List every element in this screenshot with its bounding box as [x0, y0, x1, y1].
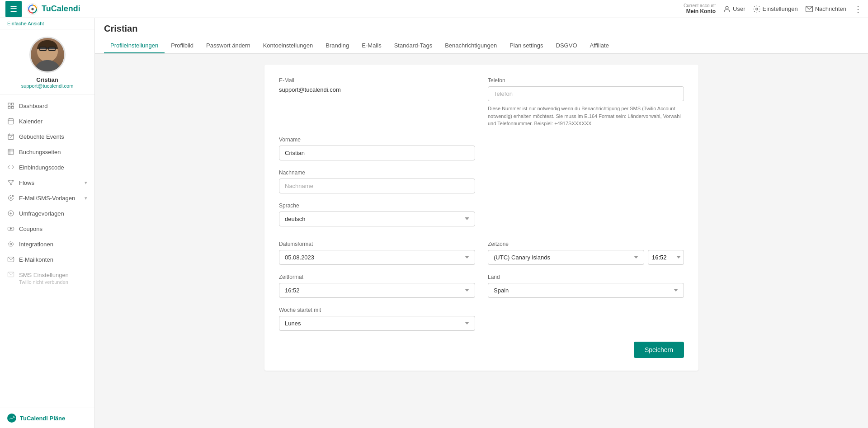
datumsformat-col: Datumsformat 05.08.2023 08/05/2023 2023-…: [279, 241, 475, 265]
zeitzone-time-select[interactable]: 16:52: [648, 250, 684, 265]
phone-input[interactable]: [488, 86, 684, 101]
sidebar-item-buchungsseiten[interactable]: Buchungsseiten: [0, 144, 94, 160]
vorname-row: Vorname: [279, 136, 684, 160]
zeitzone-col: Zeitzone (UTC) Canary islands (UTC+1) Be…: [488, 241, 684, 265]
messages-label: Nachrichten: [815, 5, 846, 12]
tab-branding[interactable]: Branding: [319, 38, 355, 53]
templates-icon: [7, 194, 14, 202]
content-tabs: Profileinstellungen Profilbild Passwort …: [104, 38, 859, 53]
dashboard-icon: [7, 102, 14, 109]
svg-rect-7: [8, 106, 10, 108]
zeitformat-col: Zeitformat 16:52 4:52 PM: [279, 274, 475, 298]
nachname-input[interactable]: [279, 179, 475, 193]
save-button[interactable]: Speichern: [634, 342, 684, 358]
sidebar-label-integrationen: Integrationen: [19, 241, 53, 248]
flows-icon: [7, 179, 14, 186]
plans-link[interactable]: TuCalendi Pläne: [7, 414, 87, 423]
land-label: Land: [488, 274, 684, 280]
sidebar-label-buchungsseiten: Buchungsseiten: [19, 149, 61, 155]
gear-icon: [753, 5, 761, 13]
svg-rect-17: [8, 149, 14, 155]
empty-col-vorname: [488, 136, 684, 160]
save-btn-row: Speichern: [279, 342, 684, 358]
account-label: Current account: [684, 3, 716, 8]
sidebar-footer: TuCalendi Pläne: [0, 408, 94, 428]
survey-icon: [7, 210, 14, 217]
empty-col-woche: [488, 307, 684, 331]
sidebar-label-kalender: Kalender: [19, 118, 42, 125]
email-phone-row: E-Mail support@tucalendi.com Telefon Die…: [279, 77, 684, 127]
chevron-down-icon-2: ▾: [85, 195, 87, 201]
main-layout: Einfache Ansicht: [0, 18, 868, 428]
phone-col: Telefon Diese Nummer ist nur notwendig w…: [488, 77, 684, 127]
user-button[interactable]: User: [723, 5, 745, 13]
nachname-row: Nachname: [279, 169, 684, 193]
sprache-row: Sprache deutsch English Español Français: [279, 202, 684, 226]
tab-dsgvo[interactable]: DSGVO: [550, 38, 584, 53]
logo-icon: [26, 3, 39, 15]
content-area: Cristian Profileinstellungen Profilbild …: [95, 18, 868, 428]
sidebar-item-email-sms-vorlagen[interactable]: E-Mail/SMS-Vorlagen ▾: [0, 190, 94, 206]
vorname-label: Vorname: [279, 136, 475, 143]
svg-rect-8: [11, 106, 14, 108]
page-title: Cristian: [104, 24, 859, 34]
simple-view-toggle[interactable]: Einfache Ansicht: [0, 18, 94, 29]
header-right-section: Current account Mein Konto User Einstell…: [684, 3, 863, 14]
svg-rect-6: [11, 103, 14, 105]
plans-label: TuCalendi Pläne: [20, 415, 65, 422]
sprache-label: Sprache: [279, 202, 475, 209]
tab-kontoeinstellungen[interactable]: Kontoeinstellungen: [257, 38, 320, 53]
integrations-icon: [7, 240, 14, 248]
sidebar-item-dashboard[interactable]: Dashboard: [0, 98, 94, 113]
vorname-col: Vorname: [279, 136, 475, 160]
sms-icon: [7, 271, 14, 278]
phone-note: Diese Nummer ist nur notwendig wenn du B…: [488, 105, 684, 127]
tab-standard-tags[interactable]: Standard-Tags: [388, 38, 439, 53]
tab-plan-settings[interactable]: Plan settings: [503, 38, 549, 53]
tab-passwort-aendern[interactable]: Passwort ändern: [200, 38, 257, 53]
settings-button[interactable]: Einstellungen: [753, 5, 798, 13]
svg-point-20: [8, 180, 9, 182]
logo-text: TuCalendi: [42, 4, 80, 14]
more-menu-button[interactable]: ⋮: [854, 4, 863, 14]
sidebar-item-emailkonten[interactable]: E-Mailkonten: [0, 252, 94, 267]
messages-button[interactable]: Nachrichten: [805, 5, 846, 13]
zeitzone-select[interactable]: (UTC) Canary islands (UTC+1) Berlin (UTC…: [488, 250, 644, 265]
sidebar-item-einbindungscode[interactable]: Einbindungscode: [0, 160, 94, 175]
zeitzone-label: Zeitzone: [488, 241, 684, 247]
hamburger-menu-button[interactable]: ☰: [5, 1, 22, 17]
tab-profilbild[interactable]: Profilbild: [165, 38, 200, 53]
sidebar-item-flows[interactable]: Flows ▾: [0, 175, 94, 190]
zeitformat-select[interactable]: 16:52 4:52 PM: [279, 283, 475, 298]
sidebar-item-coupons[interactable]: Coupons: [0, 221, 94, 236]
tab-affiliate[interactable]: Affiliate: [584, 38, 615, 53]
sidebar-item-kalender[interactable]: Kalender: [0, 113, 94, 129]
svg-point-33: [10, 243, 12, 245]
tab-profileinstellungen[interactable]: Profileinstellungen: [104, 38, 165, 53]
land-select[interactable]: Spain Germany Austria Switzerland: [488, 283, 684, 298]
woche-select[interactable]: Lunes Domingo Samstag: [279, 316, 475, 331]
logo-link[interactable]: TuCalendi: [26, 3, 80, 15]
avatar: [29, 37, 66, 73]
tab-e-mails[interactable]: E-Mails: [355, 38, 387, 53]
user-label: User: [733, 5, 745, 12]
account-name: Mein Konto: [686, 8, 716, 14]
svg-point-32: [10, 228, 12, 230]
sidebar-label-emailkonten: E-Mailkonten: [19, 256, 53, 263]
datumsformat-select[interactable]: 05.08.2023 08/05/2023 2023-08-05: [279, 250, 475, 265]
sidebar-nav: Dashboard Kalender Gebuchte Events: [0, 94, 94, 408]
sprache-select[interactable]: deutsch English Español Français: [279, 212, 475, 226]
vorname-input[interactable]: [279, 146, 475, 160]
sidebar-label-sms-sub: Twilio nicht verbunden: [7, 279, 68, 285]
sidebar-item-umfragevorlagen[interactable]: Umfragevorlagen: [0, 206, 94, 221]
tab-benachrichtigungen[interactable]: Benachrichtigungen: [439, 38, 503, 53]
current-account: Current account Mein Konto: [684, 3, 716, 14]
sidebar-item-integrationen[interactable]: Integrationen: [0, 236, 94, 252]
mail-icon: [805, 5, 813, 13]
svg-rect-5: [8, 103, 10, 105]
sidebar-item-gebuchte-events[interactable]: Gebuchte Events: [0, 129, 94, 144]
sidebar-item-sms-einstellungen[interactable]: SMS Einstellungen Twilio nicht verbunden: [0, 267, 94, 289]
coupon-icon: [7, 225, 14, 232]
woche-label: Woche startet mit: [279, 307, 475, 313]
sidebar-profile: Cristian support@tucalendi.com: [0, 29, 94, 94]
